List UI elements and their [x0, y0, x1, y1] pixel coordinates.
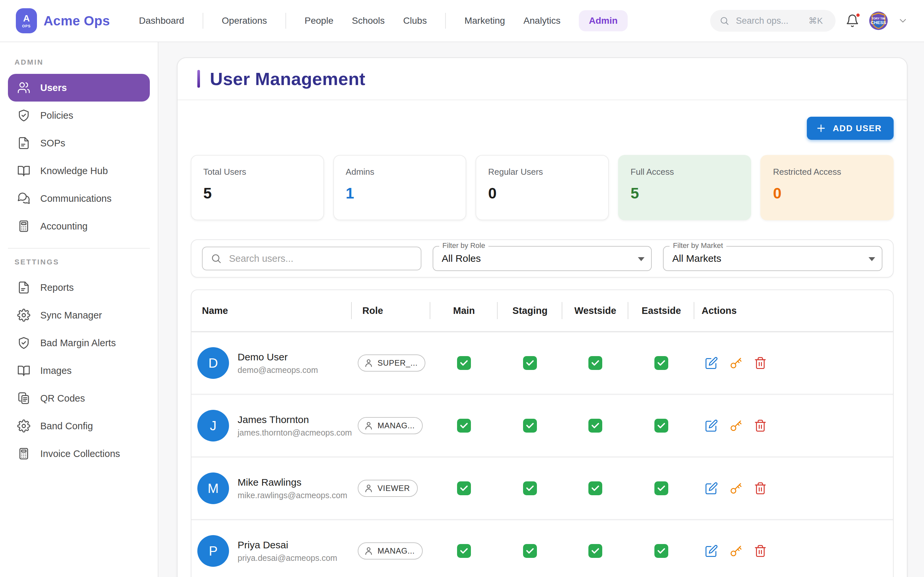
- gear-icon: [17, 419, 31, 433]
- sidebar-item-invoice-collections[interactable]: Invoice Collections: [8, 440, 150, 467]
- checkbox-main[interactable]: [457, 356, 471, 370]
- nav-item-dashboard[interactable]: Dashboard: [139, 16, 184, 26]
- checkbox-staging[interactable]: [523, 481, 537, 495]
- market-filter-select[interactable]: Filter by Market All Markets: [663, 246, 882, 271]
- sidebar-item-reports[interactable]: Reports: [8, 274, 150, 301]
- table-row: MMike Rawlingsmike.rawlings@acmeops.comV…: [191, 458, 893, 520]
- role-chip[interactable]: SUPER_...: [358, 355, 425, 372]
- user-text: Mike Rawlingsmike.rawlings@acmeops.com: [237, 477, 347, 500]
- arrow-drop-down-icon: [869, 257, 875, 261]
- role-chip[interactable]: MANAG...: [358, 542, 423, 559]
- global-search-input[interactable]: [735, 15, 803, 27]
- checkbox-eastside[interactable]: [654, 419, 668, 433]
- sidebar-item-qr-codes[interactable]: QR Codes: [8, 384, 150, 412]
- key-icon: [729, 419, 743, 432]
- nav-item-admin[interactable]: Admin: [579, 10, 627, 31]
- role-filter-select[interactable]: Filter by Role All Roles: [433, 246, 652, 271]
- reset-password-button[interactable]: [729, 544, 743, 558]
- sidebar-item-label: Knowledge Hub: [40, 166, 108, 176]
- reset-password-button[interactable]: [729, 482, 743, 495]
- market-filter-label: Filter by Market: [670, 241, 726, 250]
- user-name: Demo User: [237, 351, 318, 363]
- nav-item-analytics[interactable]: Analytics: [523, 16, 561, 26]
- nav-item-operations[interactable]: Operations: [222, 16, 267, 26]
- sidebar-item-users[interactable]: Users: [8, 74, 150, 102]
- user-name: Mike Rawlings: [237, 477, 347, 488]
- sidebar-item-band-config[interactable]: Band Config: [8, 412, 150, 440]
- title-accent-bar: [197, 70, 200, 88]
- brand[interactable]: A OPS Acme Ops: [16, 8, 110, 33]
- global-search[interactable]: ⌘K: [710, 10, 835, 32]
- nav-item-people[interactable]: People: [305, 16, 333, 26]
- key-icon: [729, 544, 743, 558]
- checkbox-westside[interactable]: [588, 356, 602, 370]
- arrow-drop-down-icon: [638, 257, 645, 261]
- notification-dot: [855, 13, 861, 18]
- sidebar-item-accounting[interactable]: Accounting: [8, 212, 150, 240]
- notifications-button[interactable]: [845, 14, 859, 28]
- delete-user-button[interactable]: [754, 356, 767, 370]
- stat-card-total-users: Total Users5: [191, 155, 324, 220]
- reset-password-button[interactable]: [729, 356, 743, 370]
- checkbox-westside[interactable]: [588, 419, 602, 433]
- check-icon: [459, 358, 468, 367]
- sidebar-item-label: Bad Margin Alerts: [40, 338, 116, 348]
- trash-icon: [754, 544, 767, 558]
- avatar: D: [197, 347, 229, 379]
- checkbox-westside[interactable]: [588, 481, 602, 495]
- chevron-down-icon[interactable]: [898, 16, 908, 26]
- column-header-role: Role: [352, 290, 430, 331]
- sidebar-item-label: Invoice Collections: [40, 448, 120, 459]
- role-chip[interactable]: MANAG...: [358, 417, 423, 434]
- checkbox-staging[interactable]: [523, 544, 537, 558]
- delete-user-button[interactable]: [754, 544, 767, 558]
- edit-user-button[interactable]: [705, 482, 718, 495]
- page-title: User Management: [210, 69, 365, 89]
- book-open-icon: [17, 164, 31, 177]
- column-header-eastside: Eastside: [628, 290, 694, 331]
- table-header: NameRoleMainStagingWestsideEastsideActio…: [191, 290, 893, 332]
- edit-user-button[interactable]: [705, 356, 718, 370]
- checkbox-staging[interactable]: [523, 419, 537, 433]
- reset-password-button[interactable]: [729, 419, 743, 432]
- sidebar-item-sync-manager[interactable]: Sync Manager: [8, 301, 150, 329]
- brand-name: Acme Ops: [44, 13, 110, 28]
- edit-user-button[interactable]: [705, 419, 718, 432]
- market-cell: [430, 419, 498, 433]
- delete-user-button[interactable]: [754, 419, 767, 432]
- sidebar-item-images[interactable]: Images: [8, 357, 150, 384]
- stat-card-full-access: Full Access5: [618, 155, 751, 220]
- sidebar-item-sops[interactable]: SOPs: [8, 129, 150, 157]
- user-email: james.thornton@acmeops.com: [237, 428, 352, 438]
- nav-item-clubs[interactable]: Clubs: [403, 16, 427, 26]
- main-content: User Management ADD USER Total Users5Adm…: [158, 42, 924, 577]
- edit-icon: [705, 419, 718, 432]
- person-icon: [363, 546, 373, 556]
- sidebar-item-communications[interactable]: Communications: [8, 185, 150, 212]
- checkbox-main[interactable]: [457, 419, 471, 433]
- add-user-button[interactable]: ADD USER: [807, 117, 893, 140]
- sidebar-item-bad-margin-alerts[interactable]: Bad Margin Alerts: [8, 329, 150, 357]
- checkbox-westside[interactable]: [588, 544, 602, 558]
- check-icon: [525, 421, 535, 430]
- sidebar-item-policies[interactable]: Policies: [8, 102, 150, 129]
- user-avatar[interactable]: TORY TIM CHESS: [869, 11, 888, 30]
- checkbox-eastside[interactable]: [654, 481, 668, 495]
- role-chip[interactable]: VIEWER: [358, 480, 418, 497]
- checkbox-main[interactable]: [457, 544, 471, 558]
- checkbox-staging[interactable]: [523, 356, 537, 370]
- delete-user-button[interactable]: [754, 482, 767, 495]
- stat-label: Regular Users: [488, 167, 596, 177]
- search-users-box[interactable]: [202, 247, 422, 270]
- checkbox-main[interactable]: [457, 481, 471, 495]
- checkbox-eastside[interactable]: [654, 356, 668, 370]
- sidebar-item-knowledge-hub[interactable]: Knowledge Hub: [8, 157, 150, 185]
- edit-user-button[interactable]: [705, 544, 718, 558]
- checkbox-eastside[interactable]: [654, 544, 668, 558]
- nav-item-schools[interactable]: Schools: [352, 16, 385, 26]
- search-shortcut: ⌘K: [809, 16, 823, 26]
- nav-item-marketing[interactable]: Marketing: [464, 16, 505, 26]
- market-cell: [430, 481, 498, 495]
- user-text: Demo Userdemo@acmeops.com: [237, 351, 318, 375]
- search-users-input[interactable]: [228, 253, 413, 265]
